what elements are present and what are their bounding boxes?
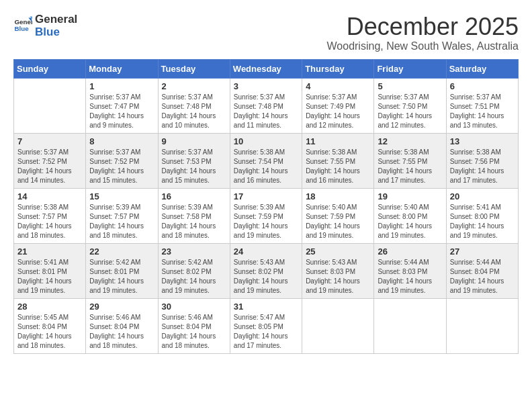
day-info: Sunrise: 5:45 AMSunset: 8:04 PMDaylight:… [17,313,82,351]
day-info: Sunrise: 5:38 AMSunset: 7:55 PMDaylight:… [306,148,370,185]
calendar-cell [302,298,374,353]
day-info: Sunrise: 5:41 AMSunset: 8:00 PMDaylight:… [450,203,515,240]
day-info: Sunrise: 5:43 AMSunset: 8:03 PMDaylight:… [306,258,370,295]
calendar-cell: 2Sunrise: 5:37 AMSunset: 7:48 PMDaylight… [158,78,230,133]
day-info: Sunrise: 5:38 AMSunset: 7:57 PMDaylight:… [17,203,82,240]
day-info: Sunrise: 5:37 AMSunset: 7:52 PMDaylight:… [17,148,82,185]
day-number: 19 [378,191,442,201]
day-info: Sunrise: 5:42 AMSunset: 8:01 PMDaylight:… [89,258,154,295]
calendar-cell: 22Sunrise: 5:42 AMSunset: 8:01 PMDayligh… [86,243,158,298]
day-number: 26 [378,246,442,257]
logo: General Blue General Blue [13,13,77,38]
day-info: Sunrise: 5:40 AMSunset: 7:59 PMDaylight:… [306,203,370,240]
day-info: Sunrise: 5:41 AMSunset: 8:01 PMDaylight:… [17,258,82,295]
day-number: 22 [89,246,154,257]
day-info: Sunrise: 5:39 AMSunset: 7:59 PMDaylight:… [234,203,298,240]
day-info: Sunrise: 5:44 AMSunset: 8:04 PMDaylight:… [450,258,515,295]
calendar-week-row: 28Sunrise: 5:45 AMSunset: 8:04 PMDayligh… [14,298,519,353]
title-block: December 2025 Woodrising, New South Wale… [327,13,519,52]
calendar-cell: 26Sunrise: 5:44 AMSunset: 8:03 PMDayligh… [374,243,446,298]
day-number: 3 [234,81,298,91]
day-number: 24 [234,246,298,257]
day-number: 29 [89,302,154,312]
calendar-cell [446,298,518,353]
calendar-cell: 28Sunrise: 5:45 AMSunset: 8:04 PMDayligh… [14,298,86,353]
day-number: 4 [306,81,370,91]
day-number: 17 [234,191,298,201]
day-number: 18 [306,191,370,201]
weekday-header: Tuesday [158,59,230,78]
calendar-cell [14,78,86,133]
logo-general-text: General [35,13,77,26]
logo-graphic: General Blue [13,15,32,37]
weekday-header: Monday [86,59,158,78]
calendar-header-row: SundayMondayTuesdayWednesdayThursdayFrid… [14,59,519,78]
calendar-cell: 3Sunrise: 5:37 AMSunset: 7:48 PMDaylight… [230,78,302,133]
day-number: 1 [89,81,154,91]
calendar-week-row: 14Sunrise: 5:38 AMSunset: 7:57 PMDayligh… [14,188,519,243]
day-info: Sunrise: 5:40 AMSunset: 8:00 PMDaylight:… [378,203,442,240]
day-number: 13 [450,136,515,146]
calendar-cell: 11Sunrise: 5:38 AMSunset: 7:55 PMDayligh… [302,133,374,188]
weekday-header: Thursday [302,59,374,78]
day-number: 10 [234,136,298,146]
main-title: December 2025 [327,13,519,40]
calendar-cell [374,298,446,353]
day-info: Sunrise: 5:42 AMSunset: 8:02 PMDaylight:… [162,258,226,295]
day-info: Sunrise: 5:38 AMSunset: 7:56 PMDaylight:… [450,148,515,185]
subtitle: Woodrising, New South Wales, Australia [327,40,519,52]
weekday-header: Sunday [14,59,86,78]
svg-text:Blue: Blue [14,25,29,32]
calendar-cell: 16Sunrise: 5:39 AMSunset: 7:58 PMDayligh… [158,188,230,243]
calendar-cell: 8Sunrise: 5:37 AMSunset: 7:52 PMDaylight… [86,133,158,188]
day-number: 16 [162,191,226,201]
day-number: 2 [162,81,226,91]
calendar-cell: 5Sunrise: 5:37 AMSunset: 7:50 PMDaylight… [374,78,446,133]
day-number: 9 [162,136,226,146]
day-number: 7 [17,136,82,146]
calendar-cell: 17Sunrise: 5:39 AMSunset: 7:59 PMDayligh… [230,188,302,243]
day-number: 23 [162,246,226,257]
day-info: Sunrise: 5:47 AMSunset: 8:05 PMDaylight:… [234,313,298,351]
day-info: Sunrise: 5:37 AMSunset: 7:48 PMDaylight:… [234,93,298,130]
calendar-cell: 23Sunrise: 5:42 AMSunset: 8:02 PMDayligh… [158,243,230,298]
day-number: 31 [234,302,298,312]
day-number: 12 [378,136,442,146]
calendar-cell: 18Sunrise: 5:40 AMSunset: 7:59 PMDayligh… [302,188,374,243]
day-number: 25 [306,246,370,257]
day-info: Sunrise: 5:37 AMSunset: 7:48 PMDaylight:… [162,93,226,130]
day-info: Sunrise: 5:44 AMSunset: 8:03 PMDaylight:… [378,258,442,295]
day-number: 11 [306,136,370,146]
weekday-header: Saturday [446,59,518,78]
day-info: Sunrise: 5:38 AMSunset: 7:55 PMDaylight:… [378,148,442,185]
calendar-week-row: 21Sunrise: 5:41 AMSunset: 8:01 PMDayligh… [14,243,519,298]
calendar-cell: 30Sunrise: 5:46 AMSunset: 8:04 PMDayligh… [158,298,230,353]
calendar-cell: 7Sunrise: 5:37 AMSunset: 7:52 PMDaylight… [14,133,86,188]
day-info: Sunrise: 5:46 AMSunset: 8:04 PMDaylight:… [89,313,154,351]
day-info: Sunrise: 5:37 AMSunset: 7:47 PMDaylight:… [89,93,154,130]
page-header: General Blue General Blue December 2025 … [13,13,519,52]
calendar-cell: 21Sunrise: 5:41 AMSunset: 8:01 PMDayligh… [14,243,86,298]
weekday-header: Wednesday [230,59,302,78]
weekday-header: Friday [374,59,446,78]
day-number: 6 [450,81,515,91]
calendar-cell: 27Sunrise: 5:44 AMSunset: 8:04 PMDayligh… [446,243,518,298]
calendar-cell: 25Sunrise: 5:43 AMSunset: 8:03 PMDayligh… [302,243,374,298]
day-number: 8 [89,136,154,146]
calendar-week-row: 1Sunrise: 5:37 AMSunset: 7:47 PMDaylight… [14,78,519,133]
day-info: Sunrise: 5:37 AMSunset: 7:52 PMDaylight:… [89,148,154,185]
calendar-cell: 31Sunrise: 5:47 AMSunset: 8:05 PMDayligh… [230,298,302,353]
day-number: 28 [17,302,82,312]
day-number: 27 [450,246,515,257]
day-number: 20 [450,191,515,201]
calendar-cell: 29Sunrise: 5:46 AMSunset: 8:04 PMDayligh… [86,298,158,353]
day-number: 30 [162,302,226,312]
day-info: Sunrise: 5:39 AMSunset: 7:57 PMDaylight:… [89,203,154,240]
calendar-cell: 14Sunrise: 5:38 AMSunset: 7:57 PMDayligh… [14,188,86,243]
day-info: Sunrise: 5:37 AMSunset: 7:53 PMDaylight:… [162,148,226,185]
calendar-table: SundayMondayTuesdayWednesdayThursdayFrid… [13,59,519,354]
day-info: Sunrise: 5:39 AMSunset: 7:58 PMDaylight:… [162,203,226,240]
calendar-week-row: 7Sunrise: 5:37 AMSunset: 7:52 PMDaylight… [14,133,519,188]
day-number: 14 [17,191,82,201]
calendar-cell: 20Sunrise: 5:41 AMSunset: 8:00 PMDayligh… [446,188,518,243]
